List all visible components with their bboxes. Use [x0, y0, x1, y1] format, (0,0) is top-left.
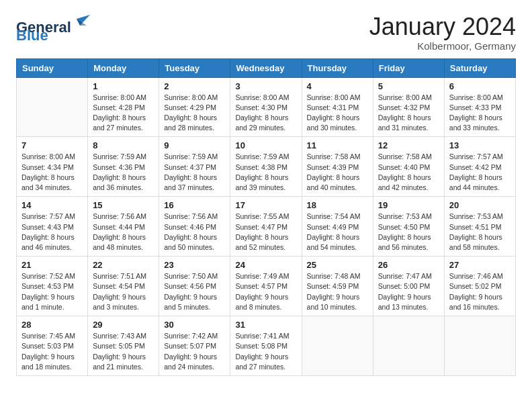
- day-info: Sunrise: 8:00 AMSunset: 4:34 PMDaylight:…: [21, 152, 83, 193]
- day-info: Sunrise: 7:56 AMSunset: 4:46 PMDaylight:…: [164, 212, 225, 253]
- day-number: 6: [449, 81, 511, 91]
- day-info: Sunrise: 7:58 AMSunset: 4:39 PMDaylight:…: [307, 152, 368, 193]
- day-number: 24: [235, 260, 296, 270]
- day-info: Sunrise: 7:57 AMSunset: 4:43 PMDaylight:…: [21, 212, 83, 253]
- day-info: Sunrise: 7:42 AMSunset: 5:07 PMDaylight:…: [164, 331, 225, 372]
- calendar-cell: 14Sunrise: 7:57 AMSunset: 4:43 PMDayligh…: [17, 197, 88, 257]
- calendar-cell: 11Sunrise: 7:58 AMSunset: 4:39 PMDayligh…: [302, 137, 373, 197]
- day-number: 8: [93, 140, 154, 150]
- day-info: Sunrise: 8:00 AMSunset: 4:33 PMDaylight:…: [449, 93, 511, 134]
- day-info: Sunrise: 7:43 AMSunset: 5:05 PMDaylight:…: [93, 331, 154, 372]
- calendar-cell: 19Sunrise: 7:53 AMSunset: 4:50 PMDayligh…: [373, 197, 444, 257]
- calendar-cell: 7Sunrise: 8:00 AMSunset: 4:34 PMDaylight…: [17, 137, 88, 197]
- day-info: Sunrise: 7:48 AMSunset: 4:59 PMDaylight:…: [307, 271, 368, 312]
- day-number: 23: [164, 260, 225, 270]
- day-number: 26: [378, 260, 439, 270]
- day-number: 14: [21, 200, 83, 210]
- week-row-3: 14Sunrise: 7:57 AMSunset: 4:43 PMDayligh…: [17, 197, 516, 257]
- calendar-cell: 25Sunrise: 7:48 AMSunset: 4:59 PMDayligh…: [302, 257, 373, 316]
- calendar-cell: 18Sunrise: 7:54 AMSunset: 4:49 PMDayligh…: [302, 197, 373, 257]
- day-number: 2: [164, 81, 225, 91]
- weekday-header-monday: Monday: [88, 58, 159, 77]
- calendar-cell: 22Sunrise: 7:51 AMSunset: 4:54 PMDayligh…: [88, 257, 159, 316]
- day-info: Sunrise: 7:49 AMSunset: 4:57 PMDaylight:…: [235, 271, 296, 312]
- calendar-cell: [373, 316, 444, 376]
- calendar-cell: 1Sunrise: 8:00 AMSunset: 4:28 PMDaylight…: [88, 77, 159, 137]
- day-number: 1: [93, 81, 154, 91]
- calendar-cell: 28Sunrise: 7:45 AMSunset: 5:03 PMDayligh…: [17, 316, 88, 376]
- logo: General Blue: [16, 13, 90, 43]
- day-info: Sunrise: 7:47 AMSunset: 5:00 PMDaylight:…: [378, 271, 439, 312]
- week-row-1: 1Sunrise: 8:00 AMSunset: 4:28 PMDaylight…: [17, 77, 516, 137]
- day-number: 4: [307, 81, 368, 91]
- day-info: Sunrise: 7:57 AMSunset: 4:42 PMDaylight:…: [449, 152, 511, 193]
- calendar-cell: 20Sunrise: 7:53 AMSunset: 4:51 PMDayligh…: [444, 197, 515, 257]
- day-number: 11: [307, 140, 368, 150]
- calendar-cell: 31Sunrise: 7:41 AMSunset: 5:08 PMDayligh…: [230, 316, 302, 376]
- weekday-header-thursday: Thursday: [302, 58, 373, 77]
- day-info: Sunrise: 7:55 AMSunset: 4:47 PMDaylight:…: [235, 212, 296, 253]
- page-header: General Blue January 2024 Kolbermoor, Ge…: [16, 13, 516, 52]
- svg-text:Blue: Blue: [16, 27, 48, 40]
- calendar-cell: 6Sunrise: 8:00 AMSunset: 4:33 PMDaylight…: [444, 77, 515, 137]
- day-info: Sunrise: 8:00 AMSunset: 4:28 PMDaylight:…: [93, 93, 154, 134]
- calendar-cell: 17Sunrise: 7:55 AMSunset: 4:47 PMDayligh…: [230, 197, 302, 257]
- day-info: Sunrise: 7:59 AMSunset: 4:37 PMDaylight:…: [164, 152, 225, 193]
- day-number: 3: [235, 81, 296, 91]
- day-number: 28: [21, 320, 83, 330]
- day-info: Sunrise: 8:00 AMSunset: 4:32 PMDaylight:…: [378, 93, 439, 134]
- day-info: Sunrise: 7:52 AMSunset: 4:53 PMDaylight:…: [21, 271, 83, 312]
- day-info: Sunrise: 7:58 AMSunset: 4:40 PMDaylight:…: [378, 152, 439, 193]
- weekday-header-wednesday: Wednesday: [230, 58, 302, 77]
- day-info: Sunrise: 7:41 AMSunset: 5:08 PMDaylight:…: [235, 331, 296, 372]
- calendar-cell: 26Sunrise: 7:47 AMSunset: 5:00 PMDayligh…: [373, 257, 444, 316]
- calendar-cell: 2Sunrise: 8:00 AMSunset: 4:29 PMDaylight…: [159, 77, 230, 137]
- day-info: Sunrise: 7:53 AMSunset: 4:51 PMDaylight:…: [449, 212, 511, 253]
- calendar-cell: 8Sunrise: 7:59 AMSunset: 4:36 PMDaylight…: [88, 137, 159, 197]
- day-number: 12: [378, 140, 439, 150]
- day-number: 15: [93, 200, 154, 210]
- day-info: Sunrise: 7:54 AMSunset: 4:49 PMDaylight:…: [307, 212, 368, 253]
- day-number: 17: [235, 200, 296, 210]
- day-number: 30: [164, 320, 225, 330]
- calendar-cell: 16Sunrise: 7:56 AMSunset: 4:46 PMDayligh…: [159, 197, 230, 257]
- day-number: 16: [164, 200, 225, 210]
- calendar-table: SundayMondayTuesdayWednesdayThursdayFrid…: [16, 58, 516, 376]
- day-info: Sunrise: 8:00 AMSunset: 4:29 PMDaylight:…: [164, 93, 225, 134]
- calendar-cell: 30Sunrise: 7:42 AMSunset: 5:07 PMDayligh…: [159, 316, 230, 376]
- title-section: January 2024 Kolbermoor, Germany: [369, 13, 516, 52]
- calendar-cell: 9Sunrise: 7:59 AMSunset: 4:37 PMDaylight…: [159, 137, 230, 197]
- weekday-header-row: SundayMondayTuesdayWednesdayThursdayFrid…: [17, 58, 516, 77]
- day-number: 29: [93, 320, 154, 330]
- day-number: 18: [307, 200, 368, 210]
- day-number: 9: [164, 140, 225, 150]
- day-info: Sunrise: 7:46 AMSunset: 5:02 PMDaylight:…: [449, 271, 511, 312]
- weekday-header-saturday: Saturday: [444, 58, 515, 77]
- calendar-cell: 12Sunrise: 7:58 AMSunset: 4:40 PMDayligh…: [373, 137, 444, 197]
- day-number: 31: [235, 320, 296, 330]
- day-number: 22: [93, 260, 154, 270]
- calendar-cell: [444, 316, 515, 376]
- day-info: Sunrise: 7:45 AMSunset: 5:03 PMDaylight:…: [21, 331, 83, 372]
- calendar-cell: [17, 77, 88, 137]
- calendar-cell: 4Sunrise: 8:00 AMSunset: 4:31 PMDaylight…: [302, 77, 373, 137]
- day-number: 10: [235, 140, 296, 150]
- week-row-4: 21Sunrise: 7:52 AMSunset: 4:53 PMDayligh…: [17, 257, 516, 316]
- day-info: Sunrise: 7:51 AMSunset: 4:54 PMDaylight:…: [93, 271, 154, 312]
- calendar-cell: 15Sunrise: 7:56 AMSunset: 4:44 PMDayligh…: [88, 197, 159, 257]
- month-title: January 2024: [369, 13, 516, 40]
- calendar-cell: 27Sunrise: 7:46 AMSunset: 5:02 PMDayligh…: [444, 257, 515, 316]
- week-row-2: 7Sunrise: 8:00 AMSunset: 4:34 PMDaylight…: [17, 137, 516, 197]
- calendar-cell: 24Sunrise: 7:49 AMSunset: 4:57 PMDayligh…: [230, 257, 302, 316]
- day-number: 21: [21, 260, 83, 270]
- weekday-header-friday: Friday: [373, 58, 444, 77]
- day-number: 7: [21, 140, 83, 150]
- day-number: 20: [449, 200, 511, 210]
- day-number: 25: [307, 260, 368, 270]
- calendar-cell: [302, 316, 373, 376]
- day-number: 13: [449, 140, 511, 150]
- week-row-5: 28Sunrise: 7:45 AMSunset: 5:03 PMDayligh…: [17, 316, 516, 376]
- weekday-header-sunday: Sunday: [17, 58, 88, 77]
- day-info: Sunrise: 7:59 AMSunset: 4:36 PMDaylight:…: [93, 152, 154, 193]
- calendar-cell: 23Sunrise: 7:50 AMSunset: 4:56 PMDayligh…: [159, 257, 230, 316]
